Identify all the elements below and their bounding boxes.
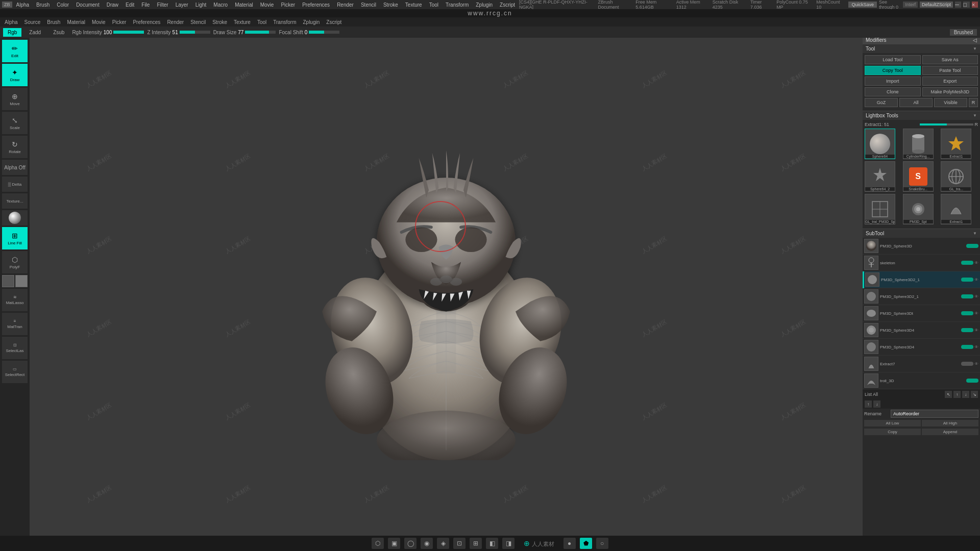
texture-tool[interactable]: Texture... — [2, 193, 28, 209]
tb2-transform[interactable]: Transform — [271, 19, 299, 26]
menu-material[interactable]: Material — [232, 2, 256, 8]
append-button[interactable]: Append — [922, 429, 978, 435]
menu-brush[interactable]: Brush — [33, 2, 53, 8]
menu-alpha[interactable]: Alpha — [13, 2, 33, 8]
subtool-toggle-8[interactable] — [961, 362, 973, 366]
menu-transform[interactable]: Transform — [443, 2, 472, 8]
subtool-eye-skeleton[interactable]: 👁 — [974, 261, 978, 265]
menu-preferences[interactable]: Preferences — [299, 2, 333, 8]
tb2-tool[interactable]: Tool — [255, 19, 269, 26]
extract-slider[interactable] — [920, 123, 973, 126]
edit-tool[interactable]: ✏ Edit — [2, 40, 28, 62]
subtool-toggle-7[interactable] — [961, 345, 973, 349]
menu-render[interactable]: Render — [334, 2, 357, 8]
tb2-movie[interactable]: Movie — [89, 19, 108, 26]
subtool-item-pm3d-sphere3d[interactable]: PM3D_Sphere3D — [863, 238, 980, 255]
r-button[interactable]: R — [969, 98, 978, 107]
subtool-eye-7[interactable]: 👁 — [974, 345, 978, 349]
tb2-stroke[interactable]: Stroke — [210, 19, 230, 26]
move-tool[interactable]: ⊕ Move — [2, 88, 28, 110]
menu-zplugin[interactable]: Zplugin — [473, 2, 496, 8]
bottom-tool-8[interactable]: ◧ — [486, 538, 498, 549]
tb2-alpha[interactable]: Alpha — [2, 19, 20, 26]
tb2-material[interactable]: Material — [64, 19, 88, 26]
subtool-header[interactable]: SubTool ▼ — [863, 229, 980, 238]
bottom-tool-7[interactable]: ⊞ — [470, 538, 482, 549]
subtool-toggle-5[interactable] — [961, 311, 973, 315]
tb2-source[interactable]: Source — [22, 19, 43, 26]
select-lasso-tool[interactable]: ⊡ SelectLas — [2, 337, 28, 359]
subtool-eye-6[interactable]: 👁 — [974, 328, 978, 333]
save-as-button[interactable]: Save As — [922, 55, 978, 64]
subtool-item-pm3d-sphere3d2-1a[interactable]: PM3D_Sphere3D2_1 👁 — [863, 271, 980, 288]
subtool-item-pm3d-sphere3d4b[interactable]: PM3D_Sphere3D4 👁 — [863, 339, 980, 356]
bottom-tool-9[interactable]: ◨ — [502, 538, 514, 549]
minimize-button[interactable]: ─ — [955, 2, 961, 8]
lightbox-header[interactable]: Lightbox Tools ▼ — [863, 111, 980, 120]
menu-filter[interactable]: Filter — [154, 2, 171, 8]
tool-thumb-pm3d-spl[interactable]: PM3D_Spl — [903, 194, 934, 224]
subtool-toggle-4[interactable] — [961, 294, 973, 298]
tool-thumb-sphere64[interactable]: Sphere64 — [865, 129, 895, 159]
tb2-zscript[interactable]: Zscript — [324, 19, 344, 26]
arrow-down-right-button[interactable]: ↘ — [971, 391, 978, 398]
seethrough-control[interactable]: See through 0 — [879, 0, 901, 10]
extract-r-btn[interactable]: R — [975, 122, 978, 127]
visible-button[interactable]: Visible — [934, 98, 967, 107]
arrow-up-left-button[interactable]: ↖ — [945, 391, 952, 398]
all-low-button[interactable]: All Low — [864, 420, 921, 427]
close-button[interactable]: × — [972, 2, 978, 8]
tb2-picker[interactable]: Picker — [110, 19, 129, 26]
menu-color[interactable]: Color — [54, 2, 72, 8]
menu-edit[interactable]: Edit — [122, 2, 137, 8]
zadd-tab[interactable]: Zadd — [24, 28, 45, 37]
bottom-tool-12[interactable]: ○ — [596, 538, 608, 549]
default-zscript[interactable]: DefaultZScript — [920, 2, 953, 8]
tb2-texture[interactable]: Texture — [231, 19, 253, 26]
arrow-down-small[interactable]: ↓ — [873, 400, 880, 408]
subtool-eye-5[interactable]: 👁 — [974, 311, 978, 316]
color-top[interactable] — [2, 275, 14, 287]
subtool-eye-8[interactable]: 👁 — [974, 362, 978, 366]
tool-thumb-extract1[interactable]: Extract1 — [941, 194, 971, 224]
arrow-up-button[interactable]: ↑ — [953, 391, 961, 398]
alpha-off-tool[interactable]: Alpha Off — [2, 160, 28, 175]
rotate-tool[interactable]: ↻ Rotate — [2, 136, 28, 158]
line-fill-tool[interactable]: ⊞ Line Fill — [2, 227, 28, 249]
all-high-button[interactable]: All High — [922, 420, 978, 427]
subtool-toggle-9[interactable] — [966, 379, 978, 383]
tb2-render[interactable]: Render — [164, 19, 186, 26]
mat-lasso-tool[interactable]: ≋ MatLasso — [2, 289, 28, 311]
menu-texture[interactable]: Texture — [402, 2, 425, 8]
menu-light[interactable]: Light — [192, 2, 210, 8]
rgb-tab[interactable]: Rgb — [3, 28, 21, 37]
menu-zscript[interactable]: Zscript — [497, 2, 518, 8]
subtool-item-skeleton[interactable]: skeleton 👁 — [863, 255, 980, 271]
mat-tran-tool[interactable]: ≡ MatTran — [2, 313, 28, 335]
tool-thumb-extract[interactable]: Extract1 — [941, 129, 971, 159]
tool-thumb-snakebru[interactable]: S SnakeBru... — [903, 161, 934, 192]
bottom-tool-6[interactable]: ⊡ — [453, 538, 465, 549]
arrow-up-small[interactable]: ↑ — [865, 400, 872, 408]
tool-thumb-cylinder[interactable]: CylinderRing... — [903, 129, 934, 159]
menu-draw[interactable]: Draw — [104, 2, 121, 8]
bottom-tool-3[interactable]: ◯ — [404, 538, 416, 549]
subtool-toggle-6[interactable] — [961, 328, 973, 332]
menu-stroke[interactable]: Stroke — [380, 2, 401, 8]
menu-layer[interactable]: Layer — [173, 2, 191, 8]
subtool-toggle-skeleton[interactable] — [961, 261, 973, 265]
tool-thumb-gl-tral[interactable]: GL_tral_PM3D_Spl — [865, 194, 895, 224]
bottom-tool-11[interactable]: ⬟ — [580, 538, 592, 549]
subtool-item-troll3d[interactable]: troll_3D — [863, 372, 980, 389]
canvas-area[interactable]: 人人素材区 人人素材区 人人素材区 人人素材区 人人素材区 人人素材区 人人素材… — [30, 38, 863, 536]
subtool-toggle-3[interactable] — [961, 278, 973, 282]
bottom-tool-4[interactable]: ◉ — [421, 538, 433, 549]
subtool-item-extract7[interactable]: Extract7 👁 — [863, 356, 980, 372]
brushed-field[interactable]: Brushed — [950, 29, 977, 36]
tb2-brush[interactable]: Brush — [44, 19, 63, 26]
menu-movie[interactable]: Movie — [257, 2, 277, 8]
subtool-toggle-1[interactable] — [966, 244, 978, 248]
menu-tool[interactable]: Tool — [426, 2, 442, 8]
copy-button[interactable]: Copy — [864, 429, 921, 435]
tb2-stencil[interactable]: Stencil — [188, 19, 208, 26]
